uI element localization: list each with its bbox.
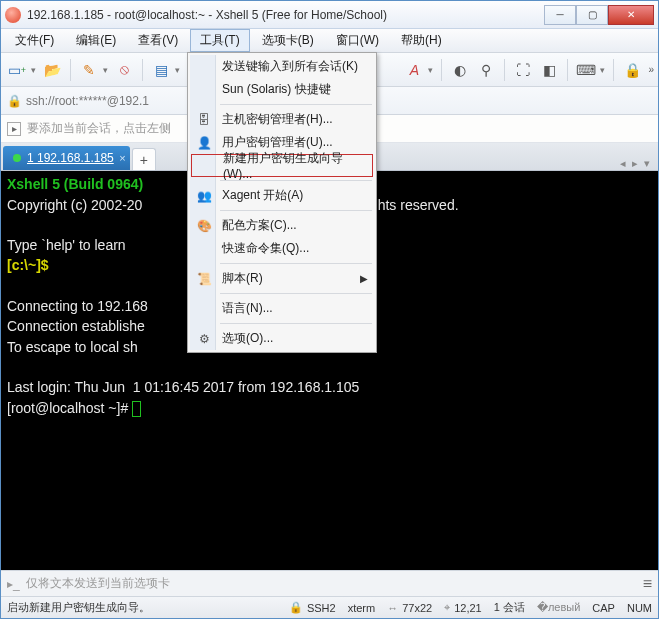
menu-edit[interactable]: 编辑(E) bbox=[66, 29, 126, 52]
pos-icon: ⌖ bbox=[444, 601, 450, 614]
menu-view[interactable]: 查看(V) bbox=[128, 29, 188, 52]
disconnect-icon[interactable]: ⦸ bbox=[114, 60, 134, 80]
tools-menu: 发送键输入到所有会话(K) Sun (Solaris) 快捷键 🗄主机密钥管理者… bbox=[187, 52, 377, 353]
user-key-icon: 👤 bbox=[196, 135, 212, 151]
status-dot-icon bbox=[13, 154, 21, 162]
cursor bbox=[132, 401, 141, 417]
link-icon: �левый bbox=[537, 601, 580, 614]
hint-text: 要添加当前会话，点击左侧 bbox=[27, 120, 171, 137]
minimize-button[interactable]: ─ bbox=[544, 5, 576, 25]
send-placeholder[interactable]: 仅将文本发送到当前选项卡 bbox=[26, 575, 637, 592]
open-icon[interactable]: 📂 bbox=[42, 60, 62, 80]
add-session-icon[interactable]: ▸ bbox=[7, 122, 21, 136]
menu-xagent-start[interactable]: 👥Xagent 开始(A) bbox=[190, 184, 374, 207]
tab-menu-icon[interactable]: ▾ bbox=[644, 157, 650, 170]
lock-icon[interactable]: 🔒 bbox=[622, 60, 642, 80]
palette-icon[interactable]: ◐ bbox=[450, 60, 470, 80]
toolbar-overflow-icon[interactable]: » bbox=[648, 64, 654, 75]
script-icon: 📜 bbox=[196, 271, 212, 287]
menu-file[interactable]: 文件(F) bbox=[5, 29, 64, 52]
tab-close-icon[interactable]: × bbox=[119, 152, 125, 164]
status-term: xterm bbox=[348, 602, 376, 614]
status-sessions: 1 会话 bbox=[494, 600, 525, 615]
transparency-icon[interactable]: ◧ bbox=[539, 60, 559, 80]
status-size: 77x22 bbox=[402, 602, 432, 614]
menu-solaris-shortcut[interactable]: Sun (Solaris) 快捷键 bbox=[190, 78, 374, 101]
menubar: 文件(F) 编辑(E) 查看(V) 工具(T) 选项卡(B) 窗口(W) 帮助(… bbox=[1, 29, 658, 53]
gear-icon: ⚙ bbox=[196, 331, 212, 347]
address-text: ssh://root:******@192.1 bbox=[26, 94, 149, 108]
reconnect-icon[interactable]: ✎ bbox=[79, 60, 99, 80]
status-pos: 12,21 bbox=[454, 602, 482, 614]
menu-host-key-manager[interactable]: 🗄主机密钥管理者(H)... bbox=[190, 108, 374, 131]
menu-language[interactable]: 语言(N)... bbox=[190, 297, 374, 320]
size-icon: ↔ bbox=[387, 602, 398, 614]
app-icon bbox=[5, 7, 21, 23]
menu-quick-commands[interactable]: 快速命令集(Q)... bbox=[190, 237, 374, 260]
send-bar: ▸_ 仅将文本发送到当前选项卡 ≡ bbox=[1, 570, 658, 596]
menu-send-keys[interactable]: 发送键输入到所有会话(K) bbox=[190, 55, 374, 78]
window-title: 192.168.1.185 - root@localhost:~ - Xshel… bbox=[27, 8, 544, 22]
session-tab[interactable]: 1 192.168.1.185 × bbox=[3, 146, 130, 170]
status-cap: CAP bbox=[592, 602, 615, 614]
send-menu-icon[interactable]: ≡ bbox=[643, 575, 652, 593]
palette-icon: 🎨 bbox=[196, 218, 212, 234]
menu-tools[interactable]: 工具(T) bbox=[190, 29, 249, 52]
maximize-button[interactable]: ▢ bbox=[576, 5, 608, 25]
status-protocol: SSH2 bbox=[307, 602, 336, 614]
send-icon: ▸_ bbox=[7, 577, 20, 591]
host-key-icon: 🗄 bbox=[196, 112, 212, 128]
status-bar: 启动新建用户密钥生成向导。 🔒SSH2 xterm ↔77x22 ⌖12,21 … bbox=[1, 596, 658, 618]
menu-help[interactable]: 帮助(H) bbox=[391, 29, 452, 52]
menu-options[interactable]: ⚙选项(O)... bbox=[190, 327, 374, 350]
menu-new-user-key-wizard[interactable]: 新建用户密钥生成向导(W)... bbox=[191, 154, 373, 177]
menu-color-scheme[interactable]: 🎨配色方案(C)... bbox=[190, 214, 374, 237]
new-session-icon[interactable]: ▭+ bbox=[7, 60, 27, 80]
tab-label: 1 192.168.1.185 bbox=[27, 151, 114, 165]
lock-indicator-icon: 🔒 bbox=[7, 94, 22, 108]
font-icon[interactable]: A bbox=[404, 60, 424, 80]
menu-script[interactable]: 📜脚本(R)▶ bbox=[190, 267, 374, 290]
keyboard-icon[interactable]: ⌨ bbox=[576, 60, 596, 80]
close-button[interactable]: ✕ bbox=[608, 5, 654, 25]
new-tab-button[interactable]: + bbox=[132, 148, 156, 170]
tab-prev-icon[interactable]: ◂ bbox=[620, 157, 626, 170]
submenu-arrow-icon: ▶ bbox=[360, 273, 368, 284]
status-hint: 启动新建用户密钥生成向导。 bbox=[7, 600, 150, 615]
properties-icon[interactable]: ▤ bbox=[151, 60, 171, 80]
status-num: NUM bbox=[627, 602, 652, 614]
ssh-icon: 🔒 bbox=[289, 601, 303, 614]
fullscreen-icon[interactable]: ⛶ bbox=[513, 60, 533, 80]
titlebar: 192.168.1.185 - root@localhost:~ - Xshel… bbox=[1, 1, 658, 29]
menu-window[interactable]: 窗口(W) bbox=[326, 29, 389, 52]
xagent-icon: 👥 bbox=[196, 188, 212, 204]
find-icon[interactable]: ⚲ bbox=[476, 60, 496, 80]
menu-tabs[interactable]: 选项卡(B) bbox=[252, 29, 324, 52]
tab-next-icon[interactable]: ▸ bbox=[632, 157, 638, 170]
